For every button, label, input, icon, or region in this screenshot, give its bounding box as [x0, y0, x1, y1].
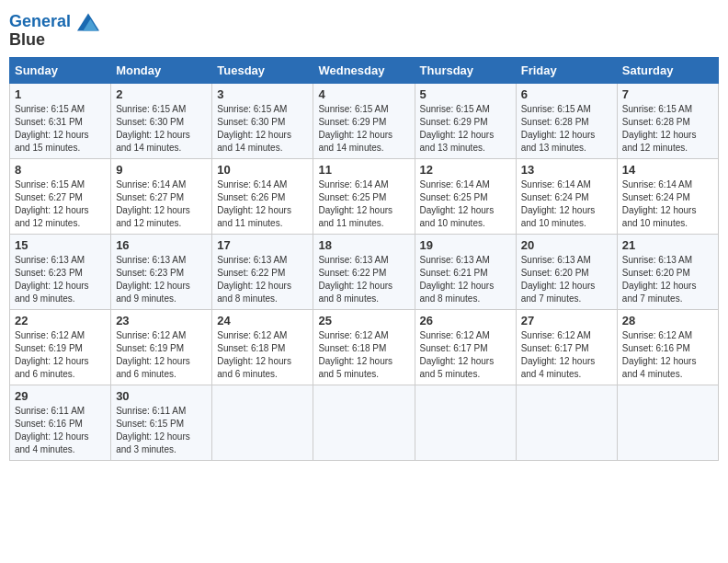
calendar-cell: 14 Sunrise: 6:14 AM Sunset: 6:24 PM Dayl…	[617, 159, 718, 235]
day-number: 10	[217, 163, 308, 177]
day-detail: Sunrise: 6:13 AM Sunset: 6:22 PM Dayligh…	[318, 254, 409, 305]
calendar-cell: 7 Sunrise: 6:15 AM Sunset: 6:28 PM Dayli…	[617, 84, 718, 159]
calendar-cell: 21 Sunrise: 6:13 AM Sunset: 6:20 PM Dayl…	[617, 235, 718, 310]
day-number: 18	[318, 238, 409, 252]
day-number: 13	[521, 163, 612, 177]
calendar-cell: 29 Sunrise: 6:11 AM Sunset: 6:16 PM Dayl…	[10, 385, 111, 461]
calendar-cell: 3 Sunrise: 6:15 AM Sunset: 6:30 PM Dayli…	[212, 84, 313, 159]
calendar-cell	[516, 385, 617, 461]
day-number: 29	[15, 389, 106, 403]
day-number: 12	[420, 163, 511, 177]
day-number: 15	[15, 238, 106, 252]
calendar-cell: 20 Sunrise: 6:13 AM Sunset: 6:20 PM Dayl…	[516, 235, 617, 310]
day-number: 19	[420, 238, 511, 252]
day-header-sunday: Sunday	[10, 58, 111, 84]
day-header-thursday: Thursday	[415, 58, 516, 84]
day-header-saturday: Saturday	[617, 58, 718, 84]
day-detail: Sunrise: 6:12 AM Sunset: 6:19 PM Dayligh…	[116, 329, 207, 381]
calendar-cell: 9 Sunrise: 6:14 AM Sunset: 6:27 PM Dayli…	[111, 159, 212, 235]
day-detail: Sunrise: 6:13 AM Sunset: 6:21 PM Dayligh…	[420, 254, 511, 305]
calendar-cell: 8 Sunrise: 6:15 AM Sunset: 6:27 PM Dayli…	[10, 159, 111, 235]
day-detail: Sunrise: 6:14 AM Sunset: 6:27 PM Dayligh…	[116, 178, 207, 230]
day-number: 16	[116, 238, 207, 252]
calendar-cell: 24 Sunrise: 6:12 AM Sunset: 6:18 PM Dayl…	[212, 310, 313, 385]
day-number: 21	[622, 238, 713, 252]
day-detail: Sunrise: 6:15 AM Sunset: 6:29 PM Dayligh…	[318, 103, 409, 155]
calendar-cell: 11 Sunrise: 6:14 AM Sunset: 6:25 PM Dayl…	[313, 159, 415, 235]
day-number: 8	[15, 163, 106, 177]
day-detail: Sunrise: 6:15 AM Sunset: 6:29 PM Dayligh…	[420, 103, 511, 155]
calendar-cell	[313, 385, 415, 461]
calendar-cell: 18 Sunrise: 6:13 AM Sunset: 6:22 PM Dayl…	[313, 235, 415, 310]
day-detail: Sunrise: 6:13 AM Sunset: 6:20 PM Dayligh…	[521, 254, 612, 305]
calendar-table: SundayMondayTuesdayWednesdayThursdayFrid…	[9, 57, 719, 461]
day-number: 24	[217, 314, 308, 327]
day-header-tuesday: Tuesday	[212, 58, 313, 84]
day-detail: Sunrise: 6:14 AM Sunset: 6:25 PM Dayligh…	[318, 178, 409, 230]
calendar-cell: 28 Sunrise: 6:12 AM Sunset: 6:16 PM Dayl…	[617, 310, 718, 385]
day-detail: Sunrise: 6:15 AM Sunset: 6:31 PM Dayligh…	[15, 103, 106, 155]
calendar-cell: 16 Sunrise: 6:13 AM Sunset: 6:23 PM Dayl…	[111, 235, 212, 310]
day-detail: Sunrise: 6:11 AM Sunset: 6:16 PM Dayligh…	[15, 405, 106, 456]
day-number: 26	[420, 314, 511, 327]
day-number: 27	[521, 314, 612, 327]
day-number: 14	[622, 163, 713, 177]
calendar-cell: 30 Sunrise: 6:11 AM Sunset: 6:15 PM Dayl…	[111, 385, 212, 461]
day-header-monday: Monday	[111, 58, 212, 84]
day-number: 22	[15, 314, 106, 327]
day-detail: Sunrise: 6:12 AM Sunset: 6:18 PM Dayligh…	[217, 329, 308, 381]
day-header-wednesday: Wednesday	[313, 58, 415, 84]
day-detail: Sunrise: 6:11 AM Sunset: 6:15 PM Dayligh…	[116, 405, 207, 456]
calendar-cell: 12 Sunrise: 6:14 AM Sunset: 6:25 PM Dayl…	[415, 159, 516, 235]
day-number: 7	[622, 87, 713, 101]
day-detail: Sunrise: 6:12 AM Sunset: 6:19 PM Dayligh…	[15, 329, 106, 381]
day-number: 5	[420, 87, 511, 101]
day-detail: Sunrise: 6:15 AM Sunset: 6:30 PM Dayligh…	[116, 103, 207, 155]
calendar-cell: 10 Sunrise: 6:14 AM Sunset: 6:26 PM Dayl…	[212, 159, 313, 235]
day-number: 11	[318, 163, 409, 177]
day-detail: Sunrise: 6:14 AM Sunset: 6:26 PM Dayligh…	[217, 178, 308, 230]
calendar-cell: 22 Sunrise: 6:12 AM Sunset: 6:19 PM Dayl…	[10, 310, 111, 385]
day-number: 20	[521, 238, 612, 252]
calendar-cell: 13 Sunrise: 6:14 AM Sunset: 6:24 PM Dayl…	[516, 159, 617, 235]
day-detail: Sunrise: 6:15 AM Sunset: 6:30 PM Dayligh…	[217, 103, 308, 155]
day-detail: Sunrise: 6:13 AM Sunset: 6:23 PM Dayligh…	[116, 254, 207, 305]
calendar-cell: 23 Sunrise: 6:12 AM Sunset: 6:19 PM Dayl…	[111, 310, 212, 385]
page-header: General Blue	[9, 9, 719, 50]
calendar-week-5: 29 Sunrise: 6:11 AM Sunset: 6:16 PM Dayl…	[10, 385, 719, 461]
day-number: 2	[116, 87, 207, 101]
day-detail: Sunrise: 6:12 AM Sunset: 6:18 PM Dayligh…	[318, 329, 409, 381]
day-number: 28	[622, 314, 713, 327]
logo-text: General Blue	[9, 13, 99, 50]
calendar-cell	[212, 385, 313, 461]
calendar-cell: 27 Sunrise: 6:12 AM Sunset: 6:17 PM Dayl…	[516, 310, 617, 385]
day-detail: Sunrise: 6:12 AM Sunset: 6:17 PM Dayligh…	[521, 329, 612, 381]
day-detail: Sunrise: 6:15 AM Sunset: 6:28 PM Dayligh…	[521, 103, 612, 155]
day-detail: Sunrise: 6:12 AM Sunset: 6:17 PM Dayligh…	[420, 329, 511, 381]
day-number: 23	[116, 314, 207, 327]
day-detail: Sunrise: 6:14 AM Sunset: 6:24 PM Dayligh…	[622, 178, 713, 230]
day-detail: Sunrise: 6:13 AM Sunset: 6:22 PM Dayligh…	[217, 254, 308, 305]
calendar-cell: 2 Sunrise: 6:15 AM Sunset: 6:30 PM Dayli…	[111, 84, 212, 159]
calendar-cell: 4 Sunrise: 6:15 AM Sunset: 6:29 PM Dayli…	[313, 84, 415, 159]
day-number: 9	[116, 163, 207, 177]
day-header-friday: Friday	[516, 58, 617, 84]
calendar-cell: 1 Sunrise: 6:15 AM Sunset: 6:31 PM Dayli…	[10, 84, 111, 159]
day-detail: Sunrise: 6:14 AM Sunset: 6:24 PM Dayligh…	[521, 178, 612, 230]
calendar-week-1: 1 Sunrise: 6:15 AM Sunset: 6:31 PM Dayli…	[10, 84, 719, 159]
calendar-cell	[415, 385, 516, 461]
logo: General Blue	[9, 13, 99, 50]
day-detail: Sunrise: 6:15 AM Sunset: 6:27 PM Dayligh…	[15, 178, 106, 230]
day-number: 30	[116, 389, 207, 403]
calendar-week-4: 22 Sunrise: 6:12 AM Sunset: 6:19 PM Dayl…	[10, 310, 719, 385]
day-number: 17	[217, 238, 308, 252]
calendar-cell: 6 Sunrise: 6:15 AM Sunset: 6:28 PM Dayli…	[516, 84, 617, 159]
calendar-cell: 19 Sunrise: 6:13 AM Sunset: 6:21 PM Dayl…	[415, 235, 516, 310]
day-detail: Sunrise: 6:13 AM Sunset: 6:23 PM Dayligh…	[15, 254, 106, 305]
calendar-cell: 26 Sunrise: 6:12 AM Sunset: 6:17 PM Dayl…	[415, 310, 516, 385]
day-detail: Sunrise: 6:12 AM Sunset: 6:16 PM Dayligh…	[622, 329, 713, 381]
day-number: 3	[217, 87, 308, 101]
day-detail: Sunrise: 6:14 AM Sunset: 6:25 PM Dayligh…	[420, 178, 511, 230]
day-number: 4	[318, 87, 409, 101]
calendar-cell: 5 Sunrise: 6:15 AM Sunset: 6:29 PM Dayli…	[415, 84, 516, 159]
